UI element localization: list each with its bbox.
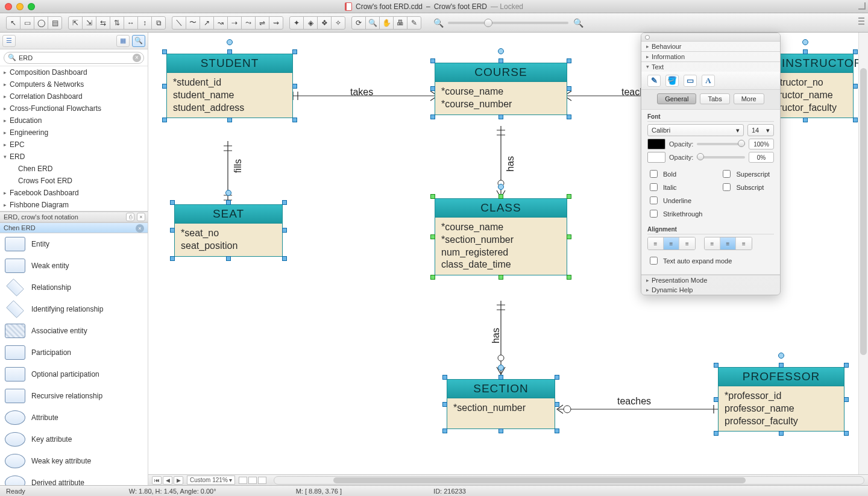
align-left-button[interactable]: ≡ xyxy=(648,237,664,250)
align-top-button[interactable]: ≡ xyxy=(705,237,720,250)
tree-item[interactable]: ▸EPC xyxy=(0,139,148,151)
font-family-select[interactable]: Calibri▾ xyxy=(647,124,744,136)
align-7-button[interactable]: ⧉ xyxy=(151,16,166,30)
shape-entity[interactable]: Entity xyxy=(0,233,148,255)
align-right-button[interactable]: ≡ xyxy=(679,237,695,250)
tree-item[interactable]: ▸Cross-Functional Flowcharts xyxy=(0,102,148,115)
text-opacity-value[interactable]: 100% xyxy=(749,139,774,149)
close-lib-icon[interactable]: × xyxy=(136,224,144,233)
chart-3-button[interactable]: ❖ xyxy=(317,16,332,30)
connector-7-button[interactable]: ⇌ xyxy=(255,16,269,30)
connector-1-button[interactable]: ＼ xyxy=(172,16,186,30)
print-button[interactable]: 🖶 xyxy=(393,16,407,30)
tree-item[interactable]: ▸Computers & Networks xyxy=(0,78,148,90)
entity-professor[interactable]: PROFESSOR *professor_id professor_name p… xyxy=(718,367,844,432)
shape-identifying-relationship[interactable]: Identifying relationship xyxy=(0,298,148,320)
align-1-button[interactable]: ⇱ xyxy=(68,16,83,30)
pin-icon[interactable]: ⎙ xyxy=(126,213,134,221)
chart-2-button[interactable]: ◈ xyxy=(303,16,318,30)
canvas-vertical-scrollbar[interactable] xyxy=(858,33,868,474)
check-strikethrough[interactable]: Strikethrough xyxy=(647,208,702,219)
connector-4-button[interactable]: ↝ xyxy=(213,16,228,30)
entity-class[interactable]: CLASS *course_name *section_number num_r… xyxy=(435,198,567,275)
relationship-label-has[interactable]: has xyxy=(491,328,502,344)
entity-seat[interactable]: SEAT *seat_no seat_position xyxy=(174,204,283,257)
chart-4-button[interactable]: ✧ xyxy=(331,16,345,30)
align-2-button[interactable]: ⇲ xyxy=(82,16,96,30)
open-library-chen-erd[interactable]: Chen ERD × xyxy=(0,222,148,233)
text-tool-font-icon[interactable]: A xyxy=(702,75,715,87)
tab-general[interactable]: General xyxy=(657,93,696,104)
relationship-label-fills[interactable]: fills xyxy=(233,159,244,173)
page-tab-controls[interactable]: ⏮ ◀ ▶ xyxy=(152,476,183,485)
text-color-swatch[interactable] xyxy=(647,139,665,149)
refresh-button[interactable]: ⟳ xyxy=(351,16,366,30)
align-bottom-button[interactable]: ≡ xyxy=(736,237,752,250)
window-close-button[interactable] xyxy=(5,3,12,10)
text-tool-fill-icon[interactable]: 🪣 xyxy=(665,75,679,87)
bg-opacity-value[interactable]: 0% xyxy=(749,152,774,163)
check-superscript[interactable]: Superscript xyxy=(720,168,770,180)
rectangle-tool-button[interactable]: ▭ xyxy=(20,16,34,30)
tree-item-crows-foot-erd[interactable]: Crows Foot ERD xyxy=(0,175,148,187)
library-search-input[interactable]: 🔍 ERD × xyxy=(4,52,144,64)
tab-tabs[interactable]: Tabs xyxy=(700,93,729,104)
shape-optional-participation[interactable]: Optional participation xyxy=(0,363,148,385)
relationship-label-teaches[interactable]: teaches xyxy=(617,396,651,407)
tree-item-chen-erd[interactable]: Chen ERD xyxy=(0,163,148,175)
tree-item[interactable]: ▸Engineering xyxy=(0,127,148,139)
shape-attribute[interactable]: Attribute xyxy=(0,407,148,429)
shape-associative-entity[interactable]: Associative entity xyxy=(0,320,148,342)
layout-view-2-button[interactable] xyxy=(248,477,257,484)
window-minimize-button[interactable] xyxy=(16,3,24,10)
tab-more[interactable]: More xyxy=(734,93,764,104)
tree-item[interactable]: ▸Education xyxy=(0,115,148,127)
layout-view-1-button[interactable] xyxy=(239,477,247,484)
inspector-panel[interactable]: ▸Behaviour ▸Information ▸Text ✎ 🪣 ▭ A Ge… xyxy=(641,33,781,295)
text-tool-button[interactable]: ▤ xyxy=(48,16,62,30)
connector-6-button[interactable]: ⤳ xyxy=(241,16,256,30)
edit-tool-button[interactable]: ✎ xyxy=(407,16,421,30)
align-4-button[interactable]: ⇅ xyxy=(110,16,124,30)
layout-view-3-button[interactable] xyxy=(258,477,266,484)
pointer-tool-button[interactable]: ↖ xyxy=(6,16,20,30)
font-size-select[interactable]: 14▾ xyxy=(747,124,774,136)
section-presentation-mode[interactable]: ▸Presentation Mode xyxy=(641,275,780,285)
align-3-button[interactable]: ⇆ xyxy=(96,16,110,30)
check-text-auto-expand[interactable]: Text auto expand mode xyxy=(647,255,774,266)
shape-weak-key-attribute[interactable]: Weak key attribute xyxy=(0,450,148,472)
window-zoom-button[interactable] xyxy=(28,3,35,10)
entity-course[interactable]: COURSE *course_name *course_number xyxy=(435,63,567,115)
canvas-horizontal-scrollbar[interactable] xyxy=(274,476,864,485)
tree-item[interactable]: ▸Composition Dashboard xyxy=(0,66,148,78)
connector-3-button[interactable]: ↗ xyxy=(200,16,214,30)
open-library-crows-foot[interactable]: ERD, crow's foot notation ⎙× xyxy=(0,212,148,222)
text-opacity-slider[interactable] xyxy=(697,143,745,145)
align-center-button[interactable]: ≡ xyxy=(664,237,679,250)
ellipse-tool-button[interactable]: ◯ xyxy=(34,16,48,30)
tree-item[interactable]: ▸Facebook Dashboard xyxy=(0,187,148,199)
entity-section[interactable]: SECTION *section_number xyxy=(447,379,555,429)
first-page-icon[interactable]: ⏮ xyxy=(152,476,162,485)
check-underline[interactable]: Underline xyxy=(647,195,702,206)
sidebar-tree-view-button[interactable]: ☰ xyxy=(2,35,16,47)
relationship-label-has[interactable]: has xyxy=(505,156,516,172)
shape-weak-entity[interactable]: Weak entity xyxy=(0,255,148,277)
panel-pin-icon[interactable] xyxy=(645,35,650,40)
sidebar-grid-view-button[interactable]: ▦ xyxy=(116,35,130,47)
zoom-tool-button[interactable]: 🔍 xyxy=(365,16,380,30)
shape-recursive-relationship[interactable]: Recursive relationship xyxy=(0,385,148,407)
shape-participation[interactable]: Participation xyxy=(0,342,148,363)
check-bold[interactable]: Bold xyxy=(647,168,702,180)
entity-student[interactable]: STUDENT *student_id student_name student… xyxy=(166,54,293,118)
shape-derived-attribute[interactable]: Derived attribute xyxy=(0,472,148,485)
zoom-combo[interactable]: Custom 121%▾ xyxy=(187,476,235,485)
connector-5-button[interactable]: ⇢ xyxy=(227,16,242,30)
align-5-button[interactable]: ↔ xyxy=(124,16,138,30)
prev-page-icon[interactable]: ◀ xyxy=(163,476,172,485)
zoom-in-icon[interactable]: 🔍 xyxy=(573,18,583,28)
section-behaviour[interactable]: ▸Behaviour xyxy=(641,42,780,51)
tree-item[interactable]: ▸Fishbone Diagram xyxy=(0,199,148,211)
align-middle-button[interactable]: ≡ xyxy=(720,237,736,250)
bg-opacity-slider[interactable] xyxy=(697,156,745,159)
